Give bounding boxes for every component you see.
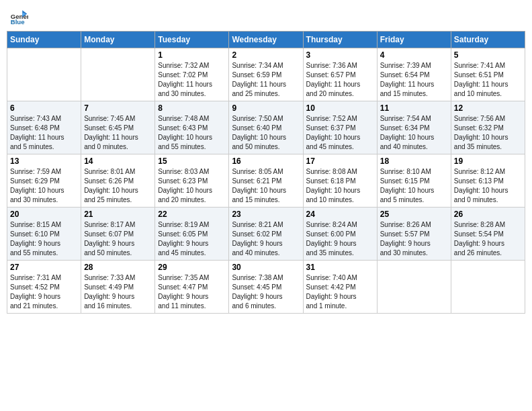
page-header: General Blue [7,7,525,26]
weekday-header-friday: Friday [377,32,451,48]
day-number: 1 [158,50,226,60]
day-number: 6 [10,103,78,113]
day-info: Sunrise: 8:24 AMSunset: 6:00 PMDaylight:… [306,220,374,258]
day-info: Sunrise: 8:03 AMSunset: 6:23 PMDaylight:… [158,167,226,205]
day-info: Sunrise: 8:12 AMSunset: 6:13 PMDaylight:… [454,167,522,205]
day-number: 28 [84,263,152,272]
day-info: Sunrise: 8:26 AMSunset: 5:57 PMDaylight:… [380,220,448,258]
day-info: Sunrise: 7:48 AMSunset: 6:43 PMDaylight:… [158,114,226,152]
day-number: 17 [306,156,374,166]
calendar-cell [81,48,155,101]
day-info: Sunrise: 8:01 AMSunset: 6:26 PMDaylight:… [84,167,152,205]
day-number: 10 [306,103,374,113]
day-info: Sunrise: 7:52 AMSunset: 6:37 PMDaylight:… [306,114,374,152]
day-number: 15 [158,156,226,166]
day-info: Sunrise: 8:15 AMSunset: 6:10 PMDaylight:… [10,220,78,258]
day-number: 31 [306,263,374,272]
calendar-cell: 25Sunrise: 8:26 AMSunset: 5:57 PMDayligh… [377,208,451,261]
calendar-cell: 20Sunrise: 8:15 AMSunset: 6:10 PMDayligh… [7,208,81,261]
calendar-cell [7,48,81,101]
calendar-cell: 4Sunrise: 7:39 AMSunset: 6:54 PMDaylight… [377,48,451,101]
logo: General Blue [9,7,30,26]
day-number: 7 [84,103,152,113]
calendar-cell: 26Sunrise: 8:28 AMSunset: 5:54 PMDayligh… [451,208,525,261]
day-info: Sunrise: 8:21 AMSunset: 6:02 PMDaylight:… [232,220,300,258]
calendar-cell: 14Sunrise: 8:01 AMSunset: 6:26 PMDayligh… [81,154,155,208]
day-info: Sunrise: 7:33 AMSunset: 4:49 PMDaylight:… [84,273,152,311]
logo-icon: General Blue [9,7,28,26]
calendar-week-row: 1Sunrise: 7:32 AMSunset: 7:02 PMDaylight… [7,48,525,101]
calendar-cell: 8Sunrise: 7:48 AMSunset: 6:43 PMDaylight… [155,101,229,154]
calendar-cell: 29Sunrise: 7:35 AMSunset: 4:47 PMDayligh… [155,261,229,314]
day-number: 16 [232,156,300,166]
day-info: Sunrise: 7:54 AMSunset: 6:34 PMDaylight:… [380,114,448,152]
day-number: 8 [158,103,226,113]
day-number: 18 [380,156,448,166]
weekday-header-tuesday: Tuesday [155,32,229,48]
day-number: 12 [454,103,522,113]
calendar-week-row: 20Sunrise: 8:15 AMSunset: 6:10 PMDayligh… [7,208,525,261]
day-info: Sunrise: 7:34 AMSunset: 6:59 PMDaylight:… [232,61,300,99]
day-number: 27 [10,263,78,272]
calendar-cell: 27Sunrise: 7:31 AMSunset: 4:52 PMDayligh… [7,261,81,314]
calendar-cell: 13Sunrise: 7:59 AMSunset: 6:29 PMDayligh… [7,154,81,208]
calendar-cell: 6Sunrise: 7:43 AMSunset: 6:48 PMDaylight… [7,101,81,154]
day-number: 21 [84,210,152,219]
calendar-cell: 30Sunrise: 7:38 AMSunset: 4:45 PMDayligh… [229,261,303,314]
calendar-cell: 7Sunrise: 7:45 AMSunset: 6:45 PMDaylight… [81,101,155,154]
calendar-cell: 11Sunrise: 7:54 AMSunset: 6:34 PMDayligh… [377,101,451,154]
day-number: 23 [232,210,300,219]
calendar-cell: 10Sunrise: 7:52 AMSunset: 6:37 PMDayligh… [303,101,377,154]
day-number: 22 [158,210,226,219]
calendar-cell: 1Sunrise: 7:32 AMSunset: 7:02 PMDaylight… [155,48,229,101]
svg-text:Blue: Blue [11,18,25,26]
day-number: 24 [306,210,374,219]
day-number: 5 [454,50,522,60]
weekday-header-wednesday: Wednesday [229,32,303,48]
day-info: Sunrise: 7:38 AMSunset: 4:45 PMDaylight:… [232,273,300,311]
calendar-body: 1Sunrise: 7:32 AMSunset: 7:02 PMDaylight… [7,48,525,314]
day-number: 13 [10,156,78,166]
day-info: Sunrise: 7:56 AMSunset: 6:32 PMDaylight:… [454,114,522,152]
calendar-cell: 18Sunrise: 8:10 AMSunset: 6:15 PMDayligh… [377,154,451,208]
calendar-week-row: 27Sunrise: 7:31 AMSunset: 4:52 PMDayligh… [7,261,525,314]
calendar-cell: 15Sunrise: 8:03 AMSunset: 6:23 PMDayligh… [155,154,229,208]
calendar-cell: 23Sunrise: 8:21 AMSunset: 6:02 PMDayligh… [229,208,303,261]
day-number: 2 [232,50,300,60]
calendar-header-row: SundayMondayTuesdayWednesdayThursdayFrid… [7,32,525,48]
calendar-cell: 16Sunrise: 8:05 AMSunset: 6:21 PMDayligh… [229,154,303,208]
calendar-cell: 24Sunrise: 8:24 AMSunset: 6:00 PMDayligh… [303,208,377,261]
day-info: Sunrise: 7:59 AMSunset: 6:29 PMDaylight:… [10,167,78,205]
day-info: Sunrise: 7:31 AMSunset: 4:52 PMDaylight:… [10,273,78,311]
day-info: Sunrise: 7:36 AMSunset: 6:57 PMDaylight:… [306,61,374,99]
day-number: 11 [380,103,448,113]
day-number: 14 [84,156,152,166]
day-info: Sunrise: 8:28 AMSunset: 5:54 PMDaylight:… [454,220,522,258]
day-number: 26 [454,210,522,219]
day-info: Sunrise: 7:50 AMSunset: 6:40 PMDaylight:… [232,114,300,152]
day-info: Sunrise: 7:32 AMSunset: 7:02 PMDaylight:… [158,61,226,99]
weekday-header-thursday: Thursday [303,32,377,48]
day-number: 29 [158,263,226,272]
day-number: 20 [10,210,78,219]
day-info: Sunrise: 8:19 AMSunset: 6:05 PMDaylight:… [158,220,226,258]
weekday-header-monday: Monday [81,32,155,48]
day-info: Sunrise: 7:45 AMSunset: 6:45 PMDaylight:… [84,114,152,152]
calendar-cell: 5Sunrise: 7:41 AMSunset: 6:51 PMDaylight… [451,48,525,101]
day-number: 30 [232,263,300,272]
weekday-header-sunday: Sunday [7,32,81,48]
day-info: Sunrise: 8:05 AMSunset: 6:21 PMDaylight:… [232,167,300,205]
calendar-cell: 19Sunrise: 8:12 AMSunset: 6:13 PMDayligh… [451,154,525,208]
day-number: 4 [380,50,448,60]
calendar-cell: 31Sunrise: 7:40 AMSunset: 4:42 PMDayligh… [303,261,377,314]
weekday-header-saturday: Saturday [451,32,525,48]
day-info: Sunrise: 8:10 AMSunset: 6:15 PMDaylight:… [380,167,448,205]
day-info: Sunrise: 7:40 AMSunset: 4:42 PMDaylight:… [306,273,374,311]
calendar-cell: 21Sunrise: 8:17 AMSunset: 6:07 PMDayligh… [81,208,155,261]
day-number: 3 [306,50,374,60]
day-info: Sunrise: 8:08 AMSunset: 6:18 PMDaylight:… [306,167,374,205]
calendar-week-row: 13Sunrise: 7:59 AMSunset: 6:29 PMDayligh… [7,154,525,208]
day-number: 19 [454,156,522,166]
calendar-cell: 22Sunrise: 8:19 AMSunset: 6:05 PMDayligh… [155,208,229,261]
calendar-cell [451,261,525,314]
